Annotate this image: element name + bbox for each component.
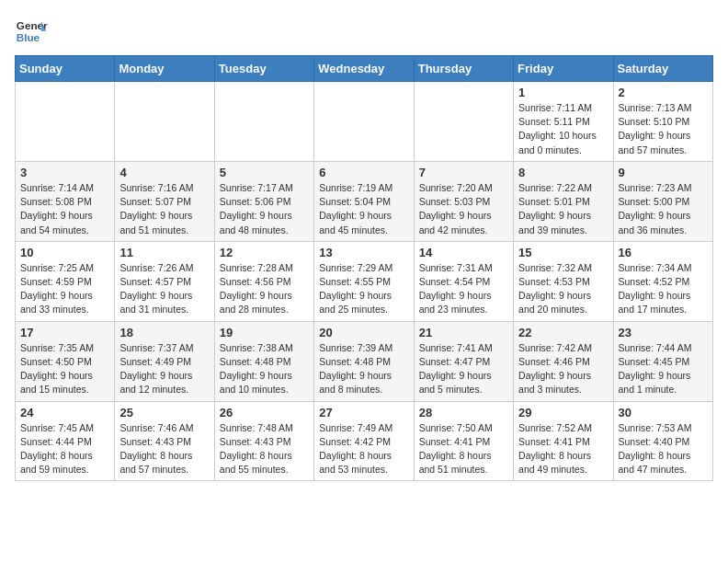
- day-number: 23: [619, 326, 708, 339]
- day-info: Sunrise: 7:45 AM Sunset: 4:44 PM Dayligh…: [20, 421, 109, 477]
- day-info: Sunrise: 7:29 AM Sunset: 4:55 PM Dayligh…: [319, 261, 408, 317]
- calendar-day-cell: 14Sunrise: 7:31 AM Sunset: 4:54 PM Dayli…: [414, 241, 513, 321]
- calendar-day-cell: 13Sunrise: 7:29 AM Sunset: 4:55 PM Dayli…: [314, 241, 414, 321]
- calendar-day-cell: 10Sunrise: 7:25 AM Sunset: 4:59 PM Dayli…: [16, 241, 115, 321]
- day-number: 13: [319, 246, 408, 259]
- day-info: Sunrise: 7:16 AM Sunset: 5:07 PM Dayligh…: [119, 181, 209, 237]
- calendar-week-row: 1Sunrise: 7:11 AM Sunset: 5:11 PM Daylig…: [16, 82, 713, 162]
- calendar-day-cell: 8Sunrise: 7:22 AM Sunset: 5:01 PM Daylig…: [514, 161, 613, 241]
- calendar-day-cell: 29Sunrise: 7:52 AM Sunset: 4:41 PM Dayli…: [514, 401, 613, 481]
- day-info: Sunrise: 7:42 AM Sunset: 4:46 PM Dayligh…: [518, 341, 608, 397]
- day-number: 1: [518, 86, 608, 99]
- calendar-day-cell: 1Sunrise: 7:11 AM Sunset: 5:11 PM Daylig…: [514, 82, 613, 162]
- calendar-day-cell: 26Sunrise: 7:48 AM Sunset: 4:43 PM Dayli…: [214, 401, 313, 481]
- day-number: 10: [20, 246, 109, 259]
- day-number: 11: [119, 246, 209, 259]
- day-info: Sunrise: 7:44 AM Sunset: 4:45 PM Dayligh…: [619, 341, 708, 397]
- day-info: Sunrise: 7:48 AM Sunset: 4:43 PM Dayligh…: [220, 421, 309, 477]
- day-number: 21: [419, 326, 508, 339]
- day-info: Sunrise: 7:14 AM Sunset: 5:08 PM Dayligh…: [20, 181, 109, 237]
- calendar-day-header: Friday: [514, 56, 613, 82]
- day-number: 7: [419, 166, 508, 179]
- page-header: General Blue: [15, 15, 713, 48]
- calendar-day-cell: [414, 82, 513, 162]
- day-info: Sunrise: 7:28 AM Sunset: 4:56 PM Dayligh…: [220, 261, 309, 317]
- day-number: 12: [220, 246, 309, 259]
- calendar-day-cell: 23Sunrise: 7:44 AM Sunset: 4:45 PM Dayli…: [613, 321, 712, 401]
- calendar-day-cell: 28Sunrise: 7:50 AM Sunset: 4:41 PM Dayli…: [414, 401, 513, 481]
- day-number: 18: [119, 326, 209, 339]
- day-info: Sunrise: 7:38 AM Sunset: 4:48 PM Dayligh…: [220, 341, 309, 397]
- day-info: Sunrise: 7:25 AM Sunset: 4:59 PM Dayligh…: [20, 261, 109, 317]
- calendar-day-header: Wednesday: [314, 56, 414, 82]
- day-info: Sunrise: 7:52 AM Sunset: 4:41 PM Dayligh…: [518, 421, 608, 477]
- calendar-day-cell: 7Sunrise: 7:20 AM Sunset: 5:03 PM Daylig…: [414, 161, 513, 241]
- day-number: 22: [518, 326, 608, 339]
- calendar-week-row: 17Sunrise: 7:35 AM Sunset: 4:50 PM Dayli…: [16, 321, 713, 401]
- calendar-day-cell: 6Sunrise: 7:19 AM Sunset: 5:04 PM Daylig…: [314, 161, 414, 241]
- calendar-day-cell: 19Sunrise: 7:38 AM Sunset: 4:48 PM Dayli…: [214, 321, 313, 401]
- day-info: Sunrise: 7:41 AM Sunset: 4:47 PM Dayligh…: [419, 341, 508, 397]
- calendar-day-cell: 12Sunrise: 7:28 AM Sunset: 4:56 PM Dayli…: [214, 241, 313, 321]
- day-info: Sunrise: 7:13 AM Sunset: 5:10 PM Dayligh…: [619, 101, 708, 157]
- calendar-day-cell: 15Sunrise: 7:32 AM Sunset: 4:53 PM Dayli…: [514, 241, 613, 321]
- day-number: 5: [220, 166, 309, 179]
- calendar-week-row: 24Sunrise: 7:45 AM Sunset: 4:44 PM Dayli…: [16, 401, 713, 481]
- calendar-day-cell: 4Sunrise: 7:16 AM Sunset: 5:07 PM Daylig…: [115, 161, 214, 241]
- calendar-day-cell: 24Sunrise: 7:45 AM Sunset: 4:44 PM Dayli…: [16, 401, 115, 481]
- day-number: 28: [419, 406, 508, 419]
- calendar-day-cell: [314, 82, 414, 162]
- day-number: 26: [220, 406, 309, 419]
- day-number: 6: [319, 166, 408, 179]
- day-info: Sunrise: 7:50 AM Sunset: 4:41 PM Dayligh…: [419, 421, 508, 477]
- day-number: 16: [619, 246, 708, 259]
- day-info: Sunrise: 7:11 AM Sunset: 5:11 PM Dayligh…: [518, 101, 608, 157]
- calendar-day-cell: [16, 82, 115, 162]
- calendar-day-header: Saturday: [613, 56, 712, 82]
- calendar-table: SundayMondayTuesdayWednesdayThursdayFrid…: [15, 55, 713, 481]
- calendar-day-cell: 3Sunrise: 7:14 AM Sunset: 5:08 PM Daylig…: [16, 161, 115, 241]
- calendar-day-cell: 9Sunrise: 7:23 AM Sunset: 5:00 PM Daylig…: [613, 161, 712, 241]
- calendar-day-cell: [214, 82, 313, 162]
- day-info: Sunrise: 7:17 AM Sunset: 5:06 PM Dayligh…: [220, 181, 309, 237]
- day-info: Sunrise: 7:37 AM Sunset: 4:49 PM Dayligh…: [119, 341, 209, 397]
- day-number: 15: [518, 246, 608, 259]
- day-info: Sunrise: 7:23 AM Sunset: 5:00 PM Dayligh…: [619, 181, 708, 237]
- day-number: 29: [518, 406, 608, 419]
- day-number: 3: [20, 166, 109, 179]
- calendar-day-header: Tuesday: [214, 56, 313, 82]
- day-info: Sunrise: 7:26 AM Sunset: 4:57 PM Dayligh…: [119, 261, 209, 317]
- svg-text:Blue: Blue: [17, 31, 40, 43]
- calendar-day-cell: 18Sunrise: 7:37 AM Sunset: 4:49 PM Dayli…: [115, 321, 214, 401]
- calendar-week-row: 10Sunrise: 7:25 AM Sunset: 4:59 PM Dayli…: [16, 241, 713, 321]
- day-info: Sunrise: 7:34 AM Sunset: 4:52 PM Dayligh…: [619, 261, 708, 317]
- day-number: 27: [319, 406, 408, 419]
- calendar-day-cell: 2Sunrise: 7:13 AM Sunset: 5:10 PM Daylig…: [613, 82, 712, 162]
- day-number: 25: [119, 406, 209, 419]
- day-number: 20: [319, 326, 408, 339]
- calendar-week-row: 3Sunrise: 7:14 AM Sunset: 5:08 PM Daylig…: [16, 161, 713, 241]
- calendar-header-row: SundayMondayTuesdayWednesdayThursdayFrid…: [16, 56, 713, 82]
- day-info: Sunrise: 7:19 AM Sunset: 5:04 PM Dayligh…: [319, 181, 408, 237]
- calendar-day-cell: 5Sunrise: 7:17 AM Sunset: 5:06 PM Daylig…: [214, 161, 313, 241]
- day-number: 24: [20, 406, 109, 419]
- calendar-day-cell: 11Sunrise: 7:26 AM Sunset: 4:57 PM Dayli…: [115, 241, 214, 321]
- day-number: 30: [619, 406, 708, 419]
- calendar-day-cell: 17Sunrise: 7:35 AM Sunset: 4:50 PM Dayli…: [16, 321, 115, 401]
- day-info: Sunrise: 7:32 AM Sunset: 4:53 PM Dayligh…: [518, 261, 608, 317]
- day-info: Sunrise: 7:31 AM Sunset: 4:54 PM Dayligh…: [419, 261, 508, 317]
- logo: General Blue: [15, 15, 48, 48]
- day-number: 2: [619, 86, 708, 99]
- day-info: Sunrise: 7:20 AM Sunset: 5:03 PM Dayligh…: [419, 181, 508, 237]
- day-number: 8: [518, 166, 608, 179]
- day-info: Sunrise: 7:53 AM Sunset: 4:40 PM Dayligh…: [619, 421, 708, 477]
- day-number: 14: [419, 246, 508, 259]
- calendar-day-cell: 20Sunrise: 7:39 AM Sunset: 4:48 PM Dayli…: [314, 321, 414, 401]
- day-info: Sunrise: 7:39 AM Sunset: 4:48 PM Dayligh…: [319, 341, 408, 397]
- day-info: Sunrise: 7:46 AM Sunset: 4:43 PM Dayligh…: [119, 421, 209, 477]
- calendar-day-cell: 30Sunrise: 7:53 AM Sunset: 4:40 PM Dayli…: [613, 401, 712, 481]
- calendar-day-cell: 22Sunrise: 7:42 AM Sunset: 4:46 PM Dayli…: [514, 321, 613, 401]
- logo-icon: General Blue: [15, 15, 48, 48]
- calendar-day-header: Thursday: [414, 56, 513, 82]
- calendar-day-cell: 25Sunrise: 7:46 AM Sunset: 4:43 PM Dayli…: [115, 401, 214, 481]
